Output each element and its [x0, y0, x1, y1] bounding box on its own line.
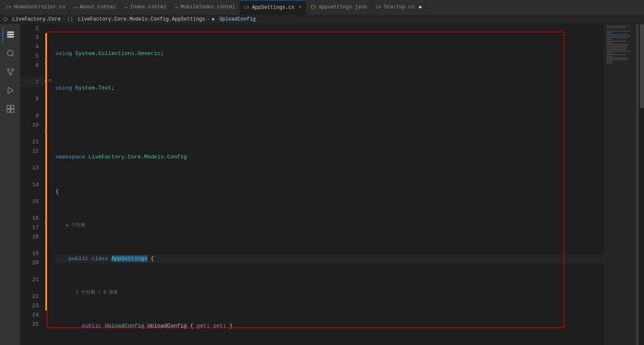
- tab-appsettings[interactable]: C# AppSettings.cs ×: [240, 0, 306, 15]
- file-icon: ⋯: [74, 5, 77, 10]
- tab-label: HomeController.cs: [14, 4, 65, 10]
- svg-line-9: [11, 71, 13, 73]
- vertical-scrollbar[interactable]: [638, 24, 644, 345]
- code-editor[interactable]: 2 3 4 5 6 7 8 9 10 11 12: [20, 24, 604, 345]
- activity-extensions[interactable]: [3, 101, 18, 116]
- line-num-16: 16: [20, 214, 44, 223]
- file-icon: C#: [376, 5, 382, 10]
- svg-point-5: [9, 73, 11, 75]
- ref-hint-space-7: [20, 70, 44, 78]
- tab-label: appsettings.json: [318, 4, 367, 10]
- breadcrumb-sep1: ›: [62, 16, 65, 22]
- file-icon: C#: [6, 5, 11, 10]
- svg-rect-1: [7, 34, 14, 35]
- editor-main: 2 3 4 5 6 7 8 9 10 11 12: [0, 24, 644, 345]
- svg-marker-10: [8, 87, 13, 94]
- file-icon: {}: [310, 5, 316, 10]
- svg-point-6: [7, 69, 9, 71]
- svg-rect-12: [11, 105, 14, 108]
- line-num-11: 11: [20, 137, 44, 147]
- svg-rect-11: [7, 105, 10, 108]
- line-num-18: 18: [20, 232, 44, 242]
- ref-hint-space-9: [20, 104, 44, 111]
- code-line-2: using System.Collections.Generic;: [56, 49, 604, 58]
- modified-dot: ●: [419, 4, 422, 11]
- line-num-21: 21: [20, 275, 44, 284]
- ref-hint-space-16: [20, 206, 44, 214]
- code-line-5: namespace LiveFactory.Core.Models.Config: [56, 153, 604, 162]
- ref-hint-7: 3 个引用: [56, 221, 604, 229]
- line-num-13: 13: [20, 163, 44, 173]
- ref-hint-space-19: [20, 242, 44, 249]
- svg-point-3: [7, 50, 13, 56]
- line-num-2: 2: [20, 24, 44, 33]
- ref-hint-space-11: [20, 130, 44, 137]
- svg-point-7: [11, 69, 13, 71]
- app-container: C# HomeController.cs ⋯ About.cshtml ⋯ In…: [0, 0, 644, 345]
- line-num-23: 23: [20, 301, 44, 311]
- activity-explorer[interactable]: [3, 27, 18, 42]
- code-line-8: public UploadConfig UploadConfig { get; …: [56, 321, 604, 331]
- line-num-15: 15: [20, 197, 44, 206]
- namespace-label: LiveFactory.Core.Models.Config.AppSettin…: [78, 16, 205, 22]
- scrollbar-thumb[interactable]: [640, 24, 644, 108]
- svg-rect-14: [7, 109, 10, 113]
- svg-rect-0: [7, 32, 14, 33]
- yellow-left-border: [45, 33, 47, 311]
- ref-hint-space-15: [20, 190, 44, 197]
- activity-debug[interactable]: [3, 83, 18, 98]
- tab-appsettingsjson[interactable]: {} appsettings.json: [306, 0, 371, 15]
- tab-homecontroller[interactable]: C# HomeController.cs: [2, 0, 70, 15]
- line-numbers-col: 2 3 4 5 6 7 8 9 10 11 12: [20, 24, 44, 345]
- member-label: UploadConfig: [219, 16, 255, 22]
- line-num-14: 14: [20, 180, 44, 190]
- namespace-breadcrumb[interactable]: ⟨⟩ LiveFactory.Core.Models.Config.AppSet…: [67, 16, 205, 22]
- tab-label: MobileIndex.cshtml: [180, 4, 235, 10]
- minimap-content: [605, 24, 638, 65]
- activity-search[interactable]: [3, 46, 18, 61]
- activity-git[interactable]: [3, 64, 18, 79]
- tab-startup[interactable]: C# Startup.cs ●: [372, 0, 427, 15]
- tab-close-x[interactable]: ×: [299, 5, 302, 11]
- svg-rect-2: [7, 36, 14, 38]
- member-breadcrumb[interactable]: ◈ UploadConfig: [212, 16, 256, 22]
- ref-hint-8: 1 个引用 | 0 异常: [56, 289, 604, 296]
- line-num-9: 9: [20, 111, 44, 121]
- appsettings-classname: AppSettings: [111, 255, 148, 262]
- line-num-22: 22: [20, 292, 44, 301]
- collapse-7[interactable]: ⊟: [49, 78, 51, 83]
- svg-rect-13: [11, 109, 14, 113]
- namespace-icon: ⟨⟩: [67, 16, 73, 22]
- minimap: [604, 24, 638, 345]
- code-text-area[interactable]: using System.Collections.Generic; using …: [52, 24, 604, 345]
- tab-index[interactable]: ⋯ Index.cshtml: [121, 0, 171, 15]
- ref-hint-space-22: [20, 284, 44, 292]
- line-num-19: 19: [20, 249, 44, 258]
- line-num-5: 5: [20, 52, 44, 61]
- ref-hint-space-14: [20, 173, 44, 180]
- line-num-20: 20: [20, 258, 44, 268]
- code-line-7: public class AppSettings {: [56, 254, 604, 263]
- tab-about[interactable]: ⋯ About.cshtml: [70, 0, 121, 15]
- file-icon: ⋯: [175, 5, 178, 10]
- code-scroll-area[interactable]: 2 3 4 5 6 7 8 9 10 11 12: [20, 24, 604, 345]
- tab-label: About.cshtml: [80, 4, 116, 10]
- code-line-6: {: [56, 187, 604, 196]
- project-icon: ⬡: [3, 17, 8, 22]
- ref-hint-space-13: [20, 156, 44, 163]
- activity-bar: [0, 24, 20, 345]
- tab-bar: C# HomeController.cs ⋯ About.cshtml ⋯ In…: [0, 0, 644, 15]
- breadcrumb-sep2: ›: [207, 16, 210, 22]
- line-num-24: 24: [20, 311, 44, 320]
- project-label: LiveFactory.Core: [12, 16, 61, 22]
- file-icon: C#: [244, 5, 249, 10]
- line-num-25: 25: [20, 320, 44, 329]
- line-num-12: 12: [20, 147, 44, 156]
- breadcrumb-bar: ⬡ LiveFactory.Core › ⟨⟩ LiveFactory.Core…: [0, 15, 644, 24]
- tab-mobileindex[interactable]: ⋯ MobileIndex.cshtml: [171, 0, 240, 15]
- tab-label: Index.cshtml: [130, 4, 166, 10]
- tab-label: Startup.cs: [384, 4, 414, 10]
- tab-label: AppSettings.cs: [252, 5, 294, 11]
- line-num-10: 10: [20, 121, 44, 130]
- project-breadcrumb[interactable]: ⬡ LiveFactory.Core: [3, 16, 61, 22]
